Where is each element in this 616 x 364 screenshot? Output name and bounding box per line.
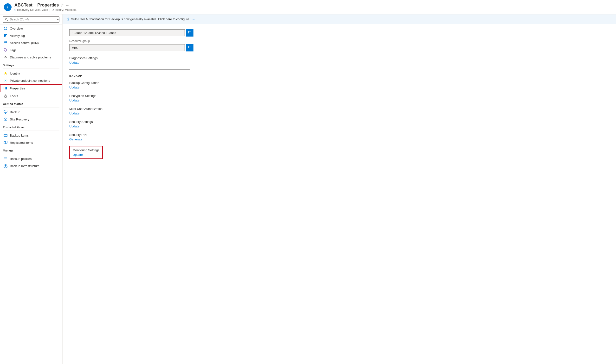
diagnostics-settings-label: Diagnostics Settings xyxy=(69,56,609,60)
resource-group-label: Resource group xyxy=(69,39,609,43)
svg-rect-26 xyxy=(5,164,6,165)
overview-icon xyxy=(4,26,7,30)
tags-label: Tags xyxy=(10,48,16,52)
sidebar-item-access-control[interactable]: Access control (IAM) xyxy=(0,39,62,46)
banner-text: Multi-User Authorization for Backup is n… xyxy=(71,17,190,21)
app-icon: i xyxy=(4,3,12,11)
copy-resource-group-button[interactable] xyxy=(186,44,193,52)
backup-items-icon xyxy=(4,133,7,137)
sidebar-item-backup-policies[interactable]: Backup policies xyxy=(0,155,62,162)
backup-config-label: Backup Configuration xyxy=(69,81,609,85)
locks-label: Locks xyxy=(10,94,18,98)
sidebar-item-backup[interactable]: Backup xyxy=(0,108,62,116)
sidebar-item-identity[interactable]: Identity xyxy=(0,70,62,77)
info-banner[interactable]: ℹ Multi-User Authorization for Backup is… xyxy=(63,14,616,24)
multi-user-auth-group: Multi-User Authorization Update xyxy=(69,107,609,115)
identity-icon xyxy=(4,71,7,75)
properties-icon xyxy=(3,86,7,90)
svg-rect-32 xyxy=(189,47,191,49)
svg-rect-25 xyxy=(6,166,7,167)
svg-rect-18 xyxy=(4,136,6,136)
backup-section-divider xyxy=(69,69,190,69)
sidebar-item-diagnose[interactable]: Diagnose and solve problems xyxy=(0,54,62,61)
svg-rect-13 xyxy=(6,87,7,90)
security-pin-group: Security PIN Generate xyxy=(69,133,609,141)
banner-arrow-icon: → xyxy=(192,17,195,21)
sidebar-item-properties[interactable]: Properties xyxy=(0,84,62,92)
svg-rect-31 xyxy=(189,32,191,34)
activity-log-icon xyxy=(4,34,7,38)
copy-resource-id-button[interactable] xyxy=(186,29,193,37)
diagnose-label: Diagnose and solve problems xyxy=(10,55,51,59)
vault-type: Recovery Services vault xyxy=(17,8,48,12)
subtitle-info-icon: ℹ xyxy=(14,8,16,12)
resource-id-row xyxy=(69,29,609,37)
diagnose-icon xyxy=(4,55,7,59)
resource-id-input xyxy=(69,29,185,36)
main-layout: « Overview Activity log Access control (… xyxy=(0,14,616,364)
backup-infrastructure-icon xyxy=(4,164,7,168)
identity-label: Identity xyxy=(10,72,20,75)
more-options-icon[interactable]: ··· xyxy=(66,3,69,7)
sidebar-item-site-recovery[interactable]: Site Recovery xyxy=(0,116,62,123)
sidebar-item-activity-log[interactable]: Activity log xyxy=(0,32,62,39)
svg-rect-11 xyxy=(4,87,4,90)
private-endpoint-label: Private endpoint connections xyxy=(10,79,50,82)
properties-content: Resource group Diagnostics Settings Upda… xyxy=(63,24,616,164)
properties-label: Properties xyxy=(10,87,25,90)
svg-point-6 xyxy=(5,49,5,50)
sidebar-item-private-endpoint[interactable]: Private endpoint connections xyxy=(0,77,62,84)
favorite-icon[interactable]: ☆ xyxy=(61,3,64,7)
page-name: Properties xyxy=(37,3,59,8)
vault-name: ABCTest xyxy=(14,3,32,8)
svg-point-9 xyxy=(6,80,7,81)
backup-config-update-link[interactable]: Update xyxy=(69,86,80,89)
backup-infrastructure-label: Backup Infrastructure xyxy=(10,164,40,168)
content-area: ℹ Multi-User Authorization for Backup is… xyxy=(63,14,616,364)
sidebar-item-overview[interactable]: Overview xyxy=(0,25,62,32)
diagnostics-settings-group: Diagnostics Settings Update xyxy=(69,56,609,65)
settings-divider xyxy=(3,68,59,69)
monitoring-settings-update-link[interactable]: Update xyxy=(73,153,83,156)
svg-rect-1 xyxy=(4,34,7,35)
manage-section-label: Manage xyxy=(0,146,62,153)
overview-label: Overview xyxy=(10,27,23,30)
subtitle-separator: | xyxy=(50,8,50,12)
svg-rect-19 xyxy=(4,142,6,144)
svg-rect-2 xyxy=(4,35,6,36)
tags-icon xyxy=(4,48,7,52)
backup-items-label: Backup items xyxy=(10,134,29,137)
search-input[interactable] xyxy=(3,16,59,23)
collapse-sidebar-button[interactable]: « xyxy=(57,17,59,21)
sidebar-item-tags[interactable]: Tags xyxy=(0,46,62,54)
backup-section-heading: BACKUP xyxy=(69,74,609,77)
security-settings-update-link[interactable]: Update xyxy=(69,125,80,128)
site-recovery-label: Site Recovery xyxy=(10,117,29,121)
security-pin-generate-link[interactable]: Generate xyxy=(69,138,82,141)
sidebar-item-backup-items[interactable]: Backup items xyxy=(0,132,62,139)
svg-rect-12 xyxy=(5,87,6,90)
security-settings-label: Security Settings xyxy=(69,120,609,124)
svg-point-5 xyxy=(6,42,7,42)
directory-label: Directory: Microsoft xyxy=(52,8,77,12)
protected-items-divider xyxy=(3,130,59,131)
sidebar: « Overview Activity log Access control (… xyxy=(0,14,63,364)
svg-rect-17 xyxy=(4,135,7,135)
svg-marker-7 xyxy=(4,72,7,75)
banner-info-icon: ℹ xyxy=(67,17,69,21)
backup-label: Backup xyxy=(10,110,20,114)
svg-rect-24 xyxy=(4,166,5,167)
diagnostics-update-link[interactable]: Update xyxy=(69,61,80,65)
access-control-icon xyxy=(4,41,7,45)
sidebar-item-replicated-items[interactable]: Replicated items xyxy=(0,139,62,146)
svg-rect-14 xyxy=(5,96,6,97)
sidebar-item-locks[interactable]: Locks xyxy=(0,92,62,100)
sidebar-item-backup-infrastructure[interactable]: Backup Infrastructure xyxy=(0,162,62,169)
locks-icon xyxy=(4,94,7,98)
backup-configuration-group: Backup Configuration Update xyxy=(69,81,609,89)
getting-started-divider xyxy=(3,107,59,107)
svg-rect-21 xyxy=(4,157,7,160)
encryption-settings-update-link[interactable]: Update xyxy=(69,99,80,102)
multi-user-auth-update-link[interactable]: Update xyxy=(69,112,80,115)
svg-rect-3 xyxy=(4,36,6,37)
